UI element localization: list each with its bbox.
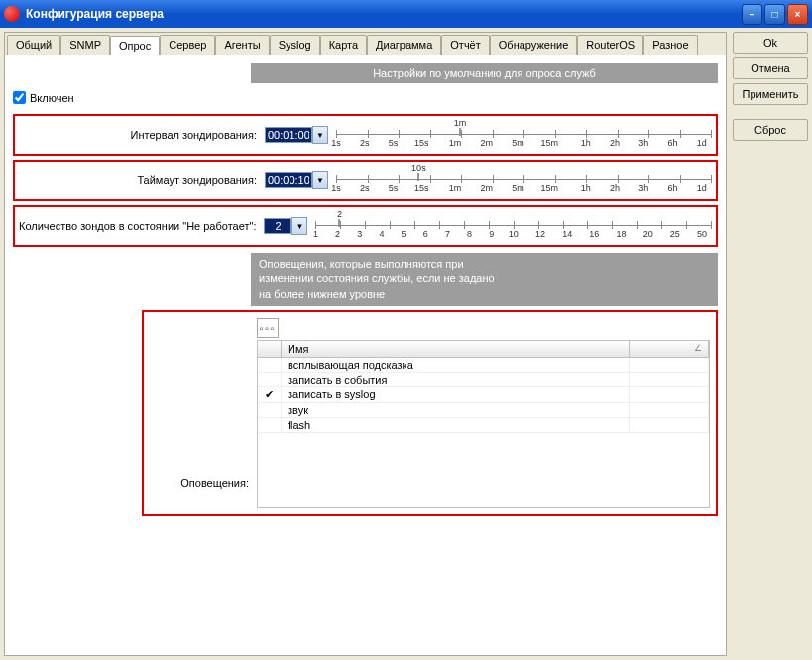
side-buttons: Ok Отмена Применить Сброс bbox=[727, 32, 808, 656]
down-count-label: Количество зондов в состоянии "Не работа… bbox=[19, 220, 256, 232]
alerts-row[interactable]: записать в события bbox=[258, 373, 709, 387]
window-body: Общий SNMP Опрос Сервер Агенты Syslog Ка… bbox=[0, 28, 812, 660]
row-name: записать в syslog bbox=[282, 387, 630, 403]
tabs: Общий SNMP Опрос Сервер Агенты Syslog Ка… bbox=[5, 33, 726, 55]
enabled-label: Включен bbox=[30, 92, 74, 104]
interval-slider-value: 1m bbox=[454, 118, 467, 128]
interval-tick-labels: 1s2s5s15s1m2m5m15m1h2h3h6h1d bbox=[336, 138, 712, 148]
alerts-grid: Имя ∠ всплывающая подсказка записать в с… bbox=[257, 340, 710, 508]
alerts-right: ▫▫▫ Имя ∠ всплывающая подсказка bbox=[257, 318, 710, 508]
enabled-row: Включен bbox=[13, 91, 718, 104]
row-check[interactable] bbox=[258, 418, 282, 433]
maximize-button[interactable]: □ bbox=[764, 4, 785, 25]
down-count-dropdown[interactable]: ▼ bbox=[291, 217, 307, 235]
grid-head-sort[interactable]: ∠ bbox=[630, 341, 709, 357]
down-count-slider[interactable]: 2 1234567891012141618202550 bbox=[315, 211, 712, 241]
down-count-slider-value: 2 bbox=[337, 209, 342, 219]
alerts-banner: Оповещения, которые выполняются при изме… bbox=[251, 253, 718, 306]
tab-report[interactable]: Отчёт bbox=[441, 35, 489, 55]
row-name: всплывающая подсказка bbox=[282, 358, 630, 373]
tab-map[interactable]: Карта bbox=[320, 35, 367, 55]
window-title: Конфигурация сервера bbox=[26, 7, 164, 21]
interval-input[interactable] bbox=[265, 127, 312, 143]
enabled-checkbox[interactable] bbox=[13, 91, 26, 104]
tab-server[interactable]: Сервер bbox=[160, 35, 215, 55]
interval-section: Интервал зондирования: ▼ 1m 1s2s5s15s1m2… bbox=[13, 114, 718, 156]
ok-button[interactable]: Ok bbox=[733, 32, 808, 54]
main-area: Общий SNMP Опрос Сервер Агенты Syslog Ка… bbox=[4, 32, 727, 656]
minimize-button[interactable]: – bbox=[742, 4, 762, 25]
slider-ticks bbox=[336, 130, 712, 138]
tab-agents[interactable]: Агенты bbox=[215, 35, 269, 55]
alerts-row[interactable]: звук bbox=[258, 403, 709, 418]
timeout-slider[interactable]: 10s 1s2s5s15s1m2m5m15m1h2h3h6h1d bbox=[336, 165, 712, 195]
interval-input-group: ▼ bbox=[265, 126, 328, 144]
alerts-row[interactable]: всплывающая подсказка bbox=[258, 358, 709, 373]
timeout-input-group: ▼ bbox=[265, 171, 328, 189]
titlebar: Конфигурация сервера – □ × bbox=[0, 0, 812, 28]
alerts-block: Оповещения: ▫▫▫ Имя ∠ всплывающая подска… bbox=[142, 310, 718, 516]
slider-ticks bbox=[315, 221, 712, 229]
alerts-grid-head: Имя ∠ bbox=[258, 341, 709, 358]
grid-head-name[interactable]: Имя bbox=[282, 341, 630, 357]
grid-head-check[interactable] bbox=[258, 341, 282, 357]
timeout-input[interactable] bbox=[265, 172, 312, 188]
tab-discovery[interactable]: Обнаружение bbox=[490, 35, 577, 55]
tab-misc[interactable]: Разное bbox=[643, 35, 697, 55]
timeout-dropdown[interactable]: ▼ bbox=[312, 171, 328, 189]
alerts-toolbar-button[interactable]: ▫▫▫ bbox=[257, 318, 279, 338]
tab-diagram[interactable]: Диаграмма bbox=[367, 35, 441, 55]
row-name: звук bbox=[282, 403, 630, 418]
timeout-label: Таймаут зондирования: bbox=[19, 174, 257, 186]
row-check[interactable] bbox=[258, 373, 282, 387]
down-count-input[interactable] bbox=[264, 218, 291, 234]
tab-content: Настройки по умолчанию для опроса служб … bbox=[5, 55, 726, 655]
poll-defaults-banner: Настройки по умолчанию для опроса служб bbox=[251, 63, 718, 83]
interval-label: Интервал зондирования: bbox=[19, 129, 257, 141]
cancel-button[interactable]: Отмена bbox=[733, 57, 808, 79]
alerts-label: Оповещения: bbox=[150, 318, 249, 508]
tab-syslog[interactable]: Syslog bbox=[270, 35, 320, 55]
close-button[interactable]: × bbox=[787, 4, 808, 25]
row-check[interactable] bbox=[258, 358, 282, 373]
down-count-section: Количество зондов в состоянии "Не работа… bbox=[13, 205, 718, 247]
alerts-row[interactable]: flash bbox=[258, 418, 709, 433]
timeout-slider-value: 10s bbox=[411, 164, 426, 173]
down-count-input-group: ▼ bbox=[264, 217, 307, 235]
window-controls: – □ × bbox=[742, 4, 808, 25]
tab-snmp[interactable]: SNMP bbox=[60, 35, 110, 55]
slider-ticks bbox=[336, 175, 712, 183]
app-icon bbox=[4, 6, 20, 22]
row-name: записать в события bbox=[282, 373, 630, 387]
tab-poll[interactable]: Опрос bbox=[110, 36, 160, 55]
row-check[interactable]: ✔ bbox=[258, 387, 282, 403]
apply-button[interactable]: Применить bbox=[733, 83, 808, 105]
tab-general[interactable]: Общий bbox=[7, 35, 60, 55]
row-check[interactable] bbox=[258, 403, 282, 418]
reset-button[interactable]: Сброс bbox=[733, 119, 808, 141]
interval-dropdown[interactable]: ▼ bbox=[312, 126, 328, 144]
interval-slider[interactable]: 1m 1s2s5s15s1m2m5m15m1h2h3h6h1d bbox=[336, 120, 712, 150]
down-count-tick-labels: 1234567891012141618202550 bbox=[315, 229, 712, 239]
timeout-section: Таймаут зондирования: ▼ 10s 1s2s5s15s1m2… bbox=[13, 160, 718, 201]
timeout-tick-labels: 1s2s5s15s1m2m5m15m1h2h3h6h1d bbox=[336, 183, 712, 193]
tab-routeros[interactable]: RouterOS bbox=[577, 35, 643, 55]
row-name: flash bbox=[282, 418, 630, 433]
alerts-row[interactable]: ✔ записать в syslog bbox=[258, 387, 709, 403]
